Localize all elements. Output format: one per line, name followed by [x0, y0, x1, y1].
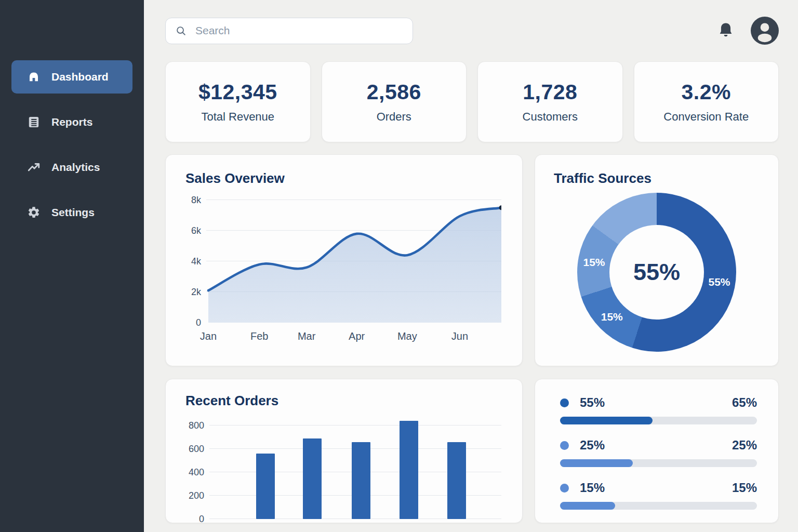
progress-right-label: 25% — [732, 438, 757, 453]
stat-value: $12,345 — [198, 80, 277, 104]
legend-dot — [560, 441, 569, 450]
analytics-icon — [27, 161, 41, 174]
reports-icon — [27, 115, 41, 129]
sales-plot — [206, 200, 501, 323]
sidebar: Dashboard Reports Analytics Settings — [0, 0, 144, 532]
progress-bar — [560, 417, 757, 424]
progress-left-label: 15% — [580, 481, 605, 495]
traffic-sources-card: Traffic Sources 55% 55%15%15% — [535, 154, 779, 366]
sidebar-item-label: Dashboard — [51, 71, 109, 83]
order-bar — [256, 454, 275, 519]
order-bar — [352, 442, 370, 519]
progress-right-label: 15% — [732, 481, 757, 495]
search-icon — [175, 25, 187, 37]
topbar-actions — [717, 17, 779, 45]
donut-segment-label: 55% — [708, 276, 730, 288]
order-bar — [303, 438, 322, 519]
search-box — [165, 18, 413, 44]
settings-icon — [27, 206, 41, 219]
progress-row-3: 15% 15% — [560, 481, 757, 510]
progress-left-label: 25% — [580, 438, 605, 453]
orders-chart: 0200400600800 — [185, 417, 501, 519]
order-bar — [447, 442, 466, 519]
donut-segment-label: 15% — [583, 256, 605, 269]
stat-value: 1,728 — [523, 80, 577, 104]
recent-orders-title: Recent Orders — [185, 393, 501, 409]
avatar[interactable] — [751, 17, 779, 45]
sidebar-item-label: Analytics — [51, 161, 100, 174]
stat-card-conversion-rate: 3.2% Conversion Rate — [634, 61, 779, 142]
progress-bar — [560, 502, 757, 510]
sidebar-item-label: Settings — [51, 206, 95, 219]
stat-label: Conversion Rate — [663, 110, 749, 124]
sidebar-item-reports[interactable]: Reports — [11, 105, 132, 139]
sidebar-item-analytics[interactable]: Analytics — [11, 151, 132, 184]
main-content: $12,345 Total Revenue 2,586 Orders 1,728… — [144, 0, 798, 532]
sales-overview-card: Sales Overview 02k4k6k8k JanFebMarAprMay… — [165, 154, 523, 366]
stat-card-total-revenue: $12,345 Total Revenue — [165, 61, 311, 142]
stat-label: Customers — [523, 110, 578, 124]
stat-value: 3.2% — [682, 80, 731, 104]
donut-segment-label: 15% — [601, 311, 623, 323]
progress-left-label: 55% — [580, 395, 605, 410]
traffic-donut-chart: 55% 55%15%15% — [577, 193, 736, 352]
stat-card-orders: 2,586 Orders — [322, 61, 467, 142]
stat-value: 2,586 — [367, 80, 421, 104]
topbar — [165, 17, 779, 45]
progress-row-1: 55% 65% — [560, 395, 757, 424]
home-icon — [27, 70, 41, 84]
legend-dot — [560, 484, 569, 493]
bell-icon[interactable] — [717, 21, 735, 40]
orders-plot — [209, 417, 501, 519]
donut-hole: 55% — [609, 225, 704, 320]
sales-y-axis: 02k4k6k8k — [185, 200, 206, 323]
donut-center-value: 55% — [633, 259, 680, 286]
order-bar — [400, 421, 418, 519]
sidebar-item-dashboard[interactable]: Dashboard — [11, 60, 132, 94]
progress-right-label: 65% — [732, 395, 757, 410]
progress-bar — [560, 459, 757, 467]
sidebar-item-settings[interactable]: Settings — [11, 196, 132, 229]
sales-x-axis: JanFebMarAprMayJun — [206, 323, 501, 343]
progress-row-2: 25% 25% — [560, 438, 757, 467]
stat-label: Orders — [377, 110, 411, 124]
traffic-sources-title: Traffic Sources — [554, 170, 760, 187]
orders-y-axis: 0200400600800 — [185, 417, 209, 519]
source-breakdown-card: 55% 65% 25% 25% 15% 15% — [535, 379, 779, 523]
stat-label: Total Revenue — [201, 110, 274, 124]
search-input[interactable] — [166, 18, 413, 44]
stat-card-customers: 1,728 Customers — [477, 61, 623, 142]
recent-orders-card: Recent Orders 0200400600800 — [165, 379, 523, 523]
sidebar-item-label: Reports — [51, 116, 92, 128]
stats-row: $12,345 Total Revenue 2,586 Orders 1,728… — [165, 61, 779, 142]
sales-overview-title: Sales Overview — [185, 170, 501, 187]
sales-chart: 02k4k6k8k — [185, 200, 501, 323]
donut-area: 55% 55%15%15% — [554, 193, 760, 352]
legend-dot — [560, 398, 569, 407]
